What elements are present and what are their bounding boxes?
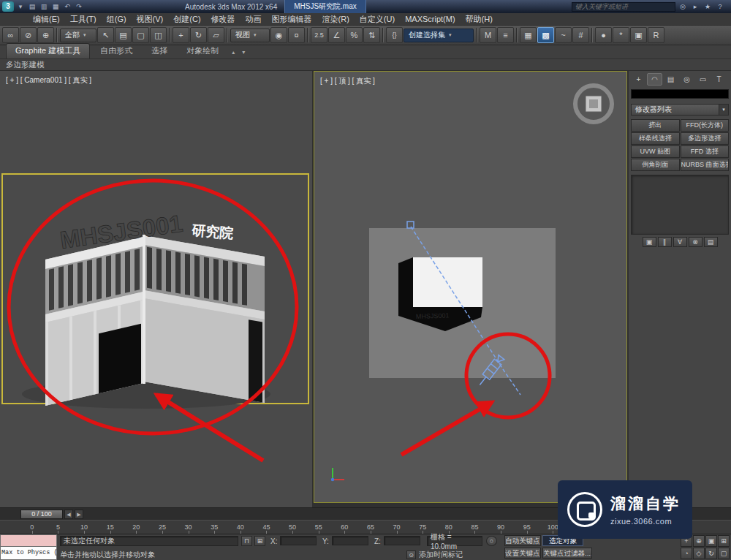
polygon-modeling-panel-label[interactable]: 多边形建模 <box>6 60 45 70</box>
chevron-down-icon[interactable]: ▾ <box>239 49 248 58</box>
select-and-scale-icon[interactable]: ▱ <box>208 27 224 43</box>
edit-named-selection-sets-icon[interactable]: {} <box>386 27 403 43</box>
menu-item[interactable]: 工具(T) <box>65 13 102 26</box>
pin-stack-icon[interactable]: ▣ <box>643 237 656 247</box>
zoom-extents-all-icon[interactable]: ⊞ <box>718 535 730 547</box>
select-and-manipulate-icon[interactable]: ¤ <box>288 27 305 43</box>
spinner-snap-icon[interactable]: ⇅ <box>363 27 380 43</box>
selection-lock-icon[interactable]: ⊓ <box>241 536 252 546</box>
save-file-icon[interactable]: ▦ <box>50 2 61 12</box>
top-viewport[interactable]: [ + ] [ 顶 ] [ 真实 ] MHSJS001 <box>314 71 627 503</box>
time-slider-handle[interactable]: 0 / 100 <box>20 510 63 519</box>
select-by-name-icon[interactable]: ▤ <box>115 27 132 43</box>
make-unique-icon[interactable]: ∀ <box>673 237 687 247</box>
tape-start-handle[interactable] <box>407 222 414 228</box>
y-coord-field[interactable] <box>332 536 368 545</box>
modify-tab-icon[interactable]: ◠ <box>647 73 662 86</box>
menu-item[interactable]: 视图(V) <box>132 13 169 26</box>
modifier-stack-list[interactable] <box>631 175 729 235</box>
tab-graphite-modeling[interactable]: Graphite 建模工具 <box>6 43 90 58</box>
mirror-icon[interactable]: M <box>480 27 496 43</box>
maxscript-script-line[interactable]: Max to Physcs ( <box>0 547 57 560</box>
motion-tab-icon[interactable]: ◎ <box>679 73 694 86</box>
modifier-set-button[interactable]: 倒角剖面 <box>631 159 680 171</box>
menu-item[interactable]: 图形编辑器 <box>267 13 317 26</box>
menu-item[interactable]: 渲染(R) <box>317 13 355 26</box>
utilities-tab-icon[interactable]: T <box>711 73 727 86</box>
x-coord-field[interactable] <box>280 536 317 545</box>
camera-viewport[interactable]: [ + ] [ Camera001 ] [ 真实 ] <box>0 71 312 507</box>
material-editor-icon[interactable]: ● <box>595 27 612 43</box>
remove-modifier-icon[interactable]: ⊗ <box>689 237 702 247</box>
maxscript-mini-listener[interactable]: Max to Physcs ( <box>0 534 57 560</box>
menu-item[interactable]: 编辑(E) <box>28 13 65 26</box>
select-object-icon[interactable]: ↖ <box>97 27 114 43</box>
set-key-button[interactable]: 设置关键点 <box>504 548 541 559</box>
camera-viewport-label[interactable]: [ + ] [ Camera001 ] [ 真实 ] <box>6 75 91 86</box>
z-coord-field[interactable] <box>384 536 420 545</box>
render-setup-icon[interactable]: * <box>613 27 629 43</box>
modifier-set-button[interactable]: NURBS 曲面选择 <box>681 159 730 171</box>
percent-snap-icon[interactable]: % <box>346 27 363 43</box>
next-frame-icon[interactable]: ▶ <box>75 510 83 519</box>
key-filters-button[interactable]: 关键点过滤器.... <box>542 548 592 559</box>
viewcube[interactable] <box>575 86 612 122</box>
rendered-frame-window-icon[interactable]: ▣ <box>630 27 647 43</box>
angle-snap-icon[interactable]: ∠ <box>328 27 345 43</box>
open-file-icon[interactable]: ▥ <box>39 2 49 12</box>
ribbon-minimize-icon[interactable]: ▴ <box>229 49 238 58</box>
modifier-set-button[interactable]: 样条线选择 <box>631 132 680 145</box>
favorites-star-icon[interactable]: ★ <box>702 2 713 12</box>
hierarchy-tab-icon[interactable]: ▤ <box>663 73 678 86</box>
rectangular-selection-region-icon[interactable]: ▢ <box>132 27 149 43</box>
modifier-set-button[interactable]: 多边形选择 <box>681 132 730 145</box>
reference-coordinate-system-dropdown[interactable]: 视图 ▾ <box>230 29 270 42</box>
render-production-icon[interactable]: R <box>648 27 664 43</box>
new-file-icon[interactable]: ▤ <box>27 2 37 12</box>
configure-modifier-sets-icon[interactable]: ▤ <box>704 237 718 247</box>
top-viewport-label[interactable]: [ + ] [ 顶 ] [ 真实 ] <box>320 76 375 86</box>
schematic-view-icon[interactable]: # <box>572 27 589 43</box>
3ds-max-logo-icon[interactable]: 3 <box>2 1 14 12</box>
menu-item[interactable]: 组(G) <box>102 13 132 26</box>
show-end-result-icon[interactable]: ∥ <box>658 237 672 247</box>
tab-object-paint[interactable]: 对象绘制 <box>178 44 227 58</box>
align-icon[interactable]: ≡ <box>497 27 514 43</box>
use-pivot-center-icon[interactable]: ◉ <box>270 27 287 43</box>
menu-item[interactable]: MAXScript(M) <box>400 14 460 24</box>
pan-icon[interactable]: ◇ <box>693 548 705 559</box>
maxscript-macro-line[interactable] <box>0 534 57 547</box>
object-name-field[interactable] <box>631 89 729 99</box>
select-and-move-icon[interactable]: + <box>173 27 189 43</box>
curve-editor-icon[interactable]: ~ <box>555 27 572 43</box>
communication-center-icon[interactable]: ▸ <box>690 2 700 12</box>
tab-freeform[interactable]: 自由形式 <box>91 44 141 58</box>
undo-icon[interactable]: ↶ <box>62 2 72 12</box>
modifier-set-button[interactable]: 挤出 <box>631 119 680 132</box>
search-input[interactable] <box>572 2 675 12</box>
search-icon[interactable]: ◎ <box>678 2 688 12</box>
layer-manager-icon[interactable]: ▦ <box>520 27 537 43</box>
select-link-icon[interactable]: ∞ <box>2 27 19 43</box>
named-selection-set-dropdown[interactable]: 创建选择集 ▾ <box>404 29 474 42</box>
tab-selection[interactable]: 选择 <box>143 44 176 58</box>
snaps-toggle-icon[interactable]: 2.5 <box>311 27 327 43</box>
selection-filter-dropdown[interactable]: 全部 ▾ <box>60 29 96 42</box>
modifier-set-button[interactable]: FFD 选择 <box>681 145 730 158</box>
menu-item[interactable]: 修改器 <box>206 13 240 26</box>
zoom-extents-icon[interactable]: ▣ <box>705 535 717 547</box>
menu-item[interactable]: 创建(C) <box>168 13 205 26</box>
menu-item[interactable]: 动画 <box>240 13 267 26</box>
add-time-tag[interactable]: ⊙ 添加时间标记 <box>406 550 463 560</box>
maximize-viewport-icon[interactable]: ▢ <box>718 548 730 559</box>
window-crossing-icon[interactable]: ◫ <box>150 27 167 43</box>
redo-icon[interactable]: ↷ <box>74 2 84 12</box>
menu-item[interactable]: 自定义(U) <box>355 13 400 26</box>
auto-key-button[interactable]: 自动关键点 <box>504 535 541 546</box>
bind-to-space-warp-icon[interactable]: ⊕ <box>37 27 54 43</box>
modifier-list-dropdown[interactable]: 修改器列表 ▾ <box>631 104 729 116</box>
modifier-set-button[interactable]: FFD(长方体) <box>681 119 730 132</box>
unlink-selection-icon[interactable]: ⊘ <box>20 27 37 43</box>
app-menu-arrow-icon[interactable]: ▾ <box>15 2 26 12</box>
absolute-offset-mode-icon[interactable]: ⊞ <box>254 536 265 546</box>
